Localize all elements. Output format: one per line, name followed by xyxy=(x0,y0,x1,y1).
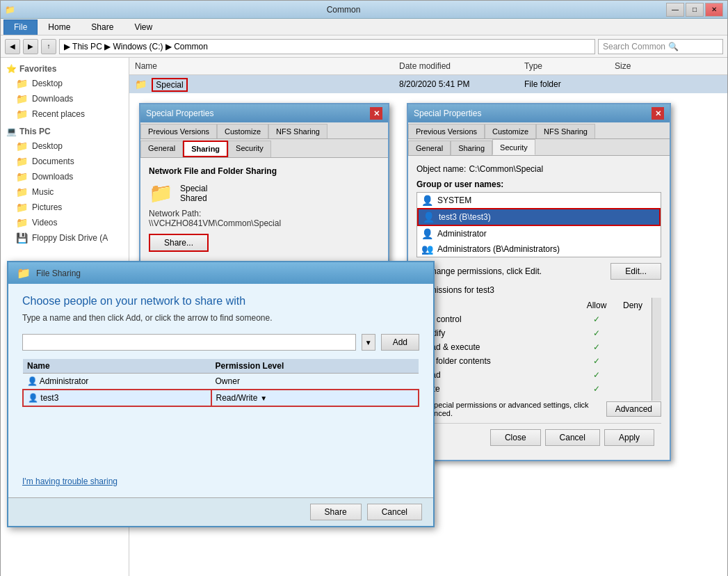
col-size-header[interactable]: Size xyxy=(609,60,679,72)
special-properties-dialog-1: Special Properties ✕ Previous Versions C… xyxy=(139,103,389,270)
up-button[interactable]: ↑ xyxy=(41,39,56,54)
perm-dropdown-arrow[interactable]: ▼ xyxy=(260,394,267,402)
tab-home[interactable]: Home xyxy=(38,19,81,35)
user-name-admin: Administrator xyxy=(40,376,89,386)
table-row[interactable]: 📁 Special 8/20/2020 5:41 PM File folder xyxy=(129,75,727,93)
scrollbar[interactable] xyxy=(652,298,661,401)
user-row-test3[interactable]: 👤 test3 (B\test3) xyxy=(417,208,661,226)
tab-security-1[interactable]: Security xyxy=(228,141,271,157)
sidebar-item-desktop2[interactable]: 📁 Desktop xyxy=(1,138,129,154)
dialog-close-btn-2[interactable]: ✕ xyxy=(652,107,664,120)
sharing-cancel-button[interactable]: Cancel xyxy=(367,504,422,520)
col-name-header: Name xyxy=(23,359,211,374)
sidebar-item-downloads[interactable]: 📁 Downloads xyxy=(1,91,129,106)
back-button[interactable]: ◀ xyxy=(5,39,20,54)
dialog-title-bar-1: Special Properties ✕ xyxy=(140,104,388,122)
folder-icon: 📁 xyxy=(16,202,28,213)
sidebar-item-recent[interactable]: 📁 Recent places xyxy=(1,106,129,122)
sharing-row-test3[interactable]: 👤 test3 Read/Write ▼ xyxy=(23,390,419,406)
share-button[interactable]: Share... xyxy=(149,234,209,252)
cancel-button-2[interactable]: Cancel xyxy=(545,429,600,446)
dialog-bottom-btns-2: Close Cancel Apply xyxy=(416,423,661,451)
sharing-name-input[interactable] xyxy=(22,334,356,351)
group-users-label: Group or user names: xyxy=(416,179,661,189)
close-button-2[interactable]: Close xyxy=(490,429,541,446)
sidebar-item-downloads2[interactable]: 📁 Downloads xyxy=(1,169,129,184)
user-name: test3 (B\test3) xyxy=(439,212,491,222)
dialog-tabs-2: Previous Versions Customize NFS Sharing xyxy=(408,122,670,139)
file-name-text: Special xyxy=(152,78,187,92)
address-box[interactable]: ▶ This PC ▶ Windows (C:) ▶ Common xyxy=(59,39,595,54)
this-pc-section: 💻 This PC 📁 Desktop 📁 Documents 📁 Downlo… xyxy=(1,125,129,246)
user-icon-test3: 👤 xyxy=(28,393,38,403)
tab-share[interactable]: Share xyxy=(81,19,124,35)
tab-nfs-sharing-1[interactable]: NFS Sharing xyxy=(268,124,327,138)
favorites-label: Favorites xyxy=(19,64,56,74)
sidebar-item-videos[interactable]: 📁 Videos xyxy=(1,215,129,230)
sharing-share-button[interactable]: Share xyxy=(310,504,362,520)
tab-sharing-1[interactable]: Sharing xyxy=(183,141,228,157)
col-name-header[interactable]: Name xyxy=(129,60,394,72)
tab-nfs-sharing-2[interactable]: NFS Sharing xyxy=(536,124,595,138)
perm-name: List folder contents xyxy=(418,355,578,367)
file-sharing-title-text: File Sharing xyxy=(36,269,81,278)
tab-general-1[interactable]: General xyxy=(140,141,183,157)
tab-security-2[interactable]: Security xyxy=(492,139,535,155)
tab-previous-versions-1[interactable]: Previous Versions xyxy=(140,124,217,138)
apply-button-2[interactable]: Apply xyxy=(604,429,654,446)
tab-customize-2[interactable]: Customize xyxy=(485,124,536,138)
search-box[interactable]: Search Common 🔍 xyxy=(598,39,723,54)
allow-col-header: Allow xyxy=(579,299,614,312)
user-name-test3: test3 xyxy=(40,393,58,403)
folder-icon: 📁 xyxy=(16,156,28,167)
this-pc-header[interactable]: 💻 This PC xyxy=(1,125,129,138)
tab-customize-1[interactable]: Customize xyxy=(217,124,268,138)
perm-allow: ✓ xyxy=(579,341,614,353)
sharing-subtitle: Type a name and then click Add, or click… xyxy=(22,313,419,323)
folder-icon-file: 📁 xyxy=(135,79,147,90)
folder-names: Special Shared xyxy=(180,184,207,203)
sidebar-item-pictures[interactable]: 📁 Pictures xyxy=(1,200,129,215)
sidebar-item-floppy[interactable]: 💾 Floppy Disk Drive (A xyxy=(1,230,129,246)
col-date-header[interactable]: Date modified xyxy=(394,60,519,72)
tab-file[interactable]: File xyxy=(3,19,38,35)
perm-allow: ✓ xyxy=(579,369,614,381)
user-row-system[interactable]: 👤 SYSTEM xyxy=(417,193,661,208)
tab-previous-versions-2[interactable]: Previous Versions xyxy=(408,124,485,138)
perm-row-write: Write ✓ xyxy=(418,383,650,395)
tab-view[interactable]: View xyxy=(124,19,163,35)
edit-button[interactable]: Edit... xyxy=(610,263,661,280)
folder-icon-title: 📁 xyxy=(5,5,15,15)
sharing-input-row: ▼ Add xyxy=(22,334,419,351)
dialog-close-btn-1[interactable]: ✕ xyxy=(370,107,382,120)
sidebar-item-label: Videos xyxy=(32,218,57,227)
file-name-cell: 📁 Special xyxy=(129,77,394,91)
sharing-dropdown-arrow[interactable]: ▼ xyxy=(362,334,375,351)
maximize-button[interactable]: □ xyxy=(686,3,704,17)
favorites-header[interactable]: ⭐ Favorites xyxy=(1,62,129,76)
permission-select[interactable]: Read/Write ▼ xyxy=(216,393,414,403)
window-controls: — □ ✕ xyxy=(666,3,723,17)
folder-icon: 📁 xyxy=(16,141,28,152)
sharing-table: Name Permission Level 👤 Administrator Ow… xyxy=(22,359,419,407)
sidebar-item-desktop[interactable]: 📁 Desktop xyxy=(1,76,129,91)
col-type-header[interactable]: Type xyxy=(519,60,609,72)
sharing-row-admin[interactable]: 👤 Administrator Owner xyxy=(23,374,419,390)
user-row-admin[interactable]: 👤 Administrator xyxy=(417,226,661,241)
add-button[interactable]: Add xyxy=(381,334,419,351)
advanced-button[interactable]: Advanced xyxy=(606,401,661,417)
minimize-button[interactable]: — xyxy=(666,3,684,17)
search-icon: 🔍 xyxy=(668,42,679,51)
file-type-cell: File folder xyxy=(519,78,609,90)
folder-icon: 📁 xyxy=(16,93,28,104)
tab-general-2[interactable]: General xyxy=(408,141,451,155)
special-properties-dialog-2: Special Properties ✕ Previous Versions C… xyxy=(407,103,671,461)
close-button[interactable]: ✕ xyxy=(705,3,723,17)
user-row-administrators[interactable]: 👥 Administrators (B\Administrators) xyxy=(417,241,661,257)
sidebar-item-documents[interactable]: 📁 Documents xyxy=(1,154,129,169)
trouble-sharing-link[interactable]: I'm having trouble sharing xyxy=(22,477,419,486)
perm-row-listfolder: List folder contents ✓ xyxy=(418,355,650,367)
tab-sharing-2[interactable]: Sharing xyxy=(451,141,492,155)
sidebar-item-music[interactable]: 📁 Music xyxy=(1,184,129,200)
forward-button[interactable]: ▶ xyxy=(23,39,38,54)
